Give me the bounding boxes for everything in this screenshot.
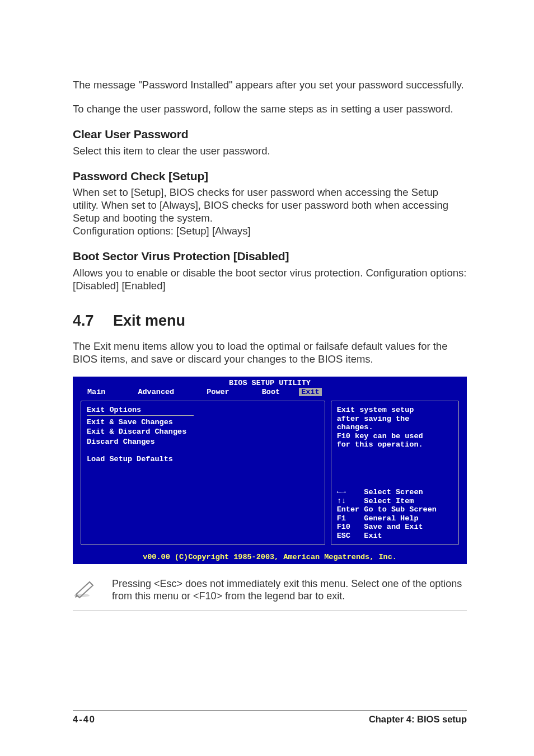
para-password-check: When set to [Setup], BIOS checks for use…: [73, 186, 467, 238]
page: The message "Password Installed" appears…: [0, 0, 534, 756]
heading-clear-user-password: Clear User Password: [73, 126, 467, 142]
bios-item-discard[interactable]: Discard Changes: [87, 438, 319, 447]
note-text: Pressing <Esc> does not immediately exit…: [112, 575, 467, 603]
bios-tab-boot[interactable]: Boot: [257, 388, 284, 397]
legend-f10: F10 Save and Exit: [337, 523, 453, 532]
legend-esc: ESC Exit: [337, 532, 453, 541]
bios-help-text: Exit system setup after saving the chang…: [337, 406, 453, 449]
legend-f1: F1 General Help: [337, 514, 453, 523]
bios-item-exit-save[interactable]: Exit & Save Changes: [87, 418, 319, 427]
bios-screenshot: BIOS SETUP UTILITY Main Advanced Power B…: [73, 377, 467, 564]
bios-legend: ←→ Select Screen ↑↓ Select Item Enter Go…: [337, 488, 453, 540]
bios-left-panel: Exit Options Exit & Save Changes Exit & …: [81, 401, 325, 545]
page-footer: 4-40 Chapter 4: BIOS setup: [73, 710, 467, 725]
note-row: Pressing <Esc> does not immediately exit…: [73, 575, 467, 611]
legend-select-screen: ←→ Select Screen: [337, 488, 453, 497]
bios-item-load-defaults[interactable]: Load Setup Defaults: [87, 455, 319, 464]
para-clear-user-password: Select this item to clear the user passw…: [73, 144, 467, 157]
legend-enter: Enter Go to Sub Screen: [337, 505, 453, 514]
chapter-label: Chapter 4: BIOS setup: [369, 714, 467, 725]
bios-tab-exit[interactable]: Exit: [299, 388, 321, 397]
para-section-intro: The Exit menu items allow you to load th…: [73, 340, 467, 365]
bios-footer: v00.00 (C)Copyright 1985-2003, American …: [73, 553, 467, 564]
page-number: 4-40: [73, 714, 96, 725]
pencil-note-icon: [73, 579, 97, 599]
para-boot-sector-virus: Allows you to enable or disable the boot…: [73, 266, 467, 292]
bios-item-exit-discard[interactable]: Exit & Discard Changes: [87, 428, 319, 436]
heading-password-check: Password Check [Setup]: [73, 168, 467, 184]
bios-left-heading: Exit Options: [87, 406, 319, 415]
bios-tab-main[interactable]: Main: [83, 388, 110, 397]
bios-tab-power[interactable]: Power: [202, 388, 234, 397]
para-password-installed: The message "Password Installed" appears…: [73, 78, 467, 91]
para-change-user-password: To change the user password, follow the …: [73, 102, 467, 115]
heading-boot-sector-virus: Boot Sector Virus Protection [Disabled]: [73, 248, 467, 264]
legend-select-item: ↑↓ Select Item: [337, 497, 453, 506]
bios-title: BIOS SETUP UTILITY: [73, 377, 467, 388]
bios-tab-bar: Main Advanced Power Boot Exit: [73, 388, 467, 397]
bios-tab-advanced[interactable]: Advanced: [133, 388, 179, 397]
heading-section-4-7: 4.7 Exit menu: [73, 312, 467, 330]
bios-right-panel: Exit system setup after saving the chang…: [331, 401, 459, 545]
